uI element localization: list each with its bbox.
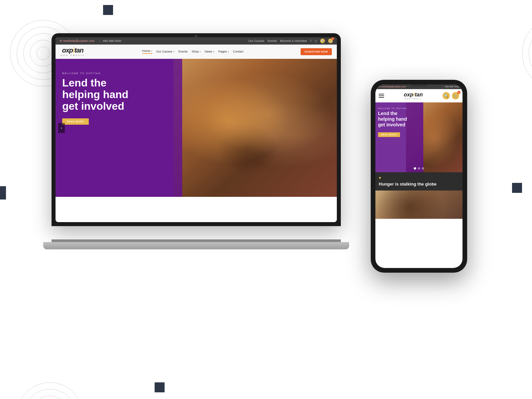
topbar-causes[interactable]: Our Causes	[248, 39, 264, 43]
dot-3	[422, 167, 424, 170]
hero-title-line1: Lend the	[62, 77, 128, 89]
hero-title-line3: get involved	[62, 100, 128, 112]
phone-hero-subtitle: WELCOME TO OXPITAN	[378, 107, 407, 109]
site-topbar: ✉ needhelp@oxpitan.com 📞 666 888 0000 Ou…	[56, 37, 337, 45]
phone-speaker	[411, 84, 427, 86]
logo-dot: i	[73, 47, 74, 54]
section-title: Hunger is stalking the globe	[379, 182, 459, 187]
topbar-email: needhelp@oxpitan.com	[63, 39, 95, 43]
phone-hero: WELCOME TO OXPITAN Lend the helping hand…	[375, 102, 463, 172]
phone-header: oxpitan NON PROFIT 🔍 🛒 0	[375, 89, 463, 102]
laptop-hinge	[52, 239, 341, 242]
phone-content-section: ♥ Hunger is stalking the globe	[375, 172, 463, 191]
deco-square-1	[103, 5, 113, 15]
hamburger-line-1	[379, 94, 384, 94]
phone-hero-title: Lend the helping hand get involved	[378, 111, 407, 127]
hero-title-line2: helping hand	[62, 89, 128, 100]
phone-cart[interactable]: 🛒 0	[452, 92, 459, 99]
phone-hero-content: WELCOME TO OXPITAN Lend the helping hand…	[378, 107, 407, 137]
phone-hero-cta[interactable]: READ MORE	[378, 132, 400, 137]
cart-count: 0	[332, 37, 334, 40]
nav-home[interactable]: Home ▾	[142, 49, 153, 54]
email-icon: ✉	[60, 39, 62, 43]
topbar-ig-icon[interactable]: ◻	[315, 39, 317, 43]
logo-text: oxpitan	[61, 47, 85, 54]
topbar-events[interactable]: Events	[268, 39, 277, 43]
phone-mockup: ✉ needhelp@oxpitan.com 📞 666 888 0000 ox…	[371, 80, 467, 273]
main-nav: Home ▾ Our Causes ▾ Events Shop ▾ News ▾…	[142, 49, 243, 54]
nav-events[interactable]: Events	[179, 50, 188, 53]
prev-arrow: ‹	[61, 126, 62, 130]
phone-logo-text: oxpitan	[404, 92, 423, 98]
phone-screen: ✉ needhelp@oxpitan.com 📞 666 888 0000 ox…	[375, 84, 463, 268]
laptop-body: ✉ needhelp@oxpitan.com 📞 666 888 0000 Ou…	[52, 33, 341, 226]
topbar-left: ✉ needhelp@oxpitan.com 📞 666 888 0000	[60, 39, 121, 43]
topbar-phone: 666 888 0000	[103, 39, 121, 43]
phone-title-line3: get involved	[378, 122, 407, 128]
hero-cta-button[interactable]: READ MORE	[62, 118, 89, 125]
carousel-dots	[414, 167, 424, 170]
laptop-mockup: ✉ needhelp@oxpitan.com 📞 666 888 0000 Ou…	[52, 33, 341, 249]
section-heart-icon: ♥	[379, 176, 459, 180]
phone-email-info: ✉ needhelp@oxpitan.com	[379, 85, 406, 88]
phone-topbar-phone: 666 888 0000	[445, 85, 459, 88]
phone-logo-subtitle: NON PROFIT	[404, 98, 423, 100]
site-logo: oxpitan NON PROFIT	[61, 47, 85, 57]
email-info: ✉ needhelp@oxpitan.com	[60, 39, 94, 43]
topbar-right: Our Causes Events Become a Volunteer f ◻…	[248, 39, 333, 43]
hero-section: WELCOME TO OXPITAN Lend the helping hand…	[56, 59, 337, 197]
nav-contact[interactable]: Contact	[233, 50, 243, 53]
nav-pages[interactable]: Pages ▾	[218, 50, 229, 53]
topbar-fb-icon[interactable]: f	[310, 39, 311, 43]
hero-prev-button[interactable]: ‹	[58, 123, 65, 133]
phone-topbar-email: needhelp@oxpitan.com	[381, 85, 406, 88]
phone-logo: oxpitan NON PROFIT	[404, 92, 423, 100]
phone-search-icon[interactable]: 🔍	[443, 92, 450, 99]
logo-subtitle: NON PROFIT	[61, 54, 85, 57]
dot-1	[414, 167, 416, 170]
deco-square-2	[0, 186, 6, 200]
deco-square-4	[155, 382, 165, 392]
topbar-cart[interactable]: 🛒 0	[328, 39, 333, 43]
laptop-camera	[195, 35, 198, 38]
topbar-volunteer[interactable]: Become a Volunteer	[280, 39, 307, 43]
hamburger-line-3	[379, 97, 384, 98]
phone-title-line2: helping hand	[378, 116, 407, 122]
phone-phone-info: 📞 666 888 0000	[441, 85, 459, 88]
deco-square-3	[512, 183, 522, 193]
nav-causes[interactable]: Our Causes ▾	[156, 50, 175, 53]
phone-icon: 📞	[98, 39, 102, 43]
phone-cart-count: 0	[457, 91, 461, 94]
hamburger-line-2	[379, 95, 384, 96]
donation-button[interactable]: DONATION NOW	[301, 48, 332, 55]
phone-body: ✉ needhelp@oxpitan.com 📞 666 888 0000 ox…	[371, 80, 467, 273]
hamburger-menu[interactable]	[379, 94, 384, 98]
laptop-base	[43, 242, 349, 249]
laptop-screen: ✉ needhelp@oxpitan.com 📞 666 888 0000 Ou…	[56, 37, 337, 222]
dot-2	[418, 167, 420, 170]
hero-content: WELCOME TO OXPITAN Lend the helping hand…	[62, 72, 128, 125]
nav-news[interactable]: News ▾	[205, 50, 214, 53]
hero-title: Lend the helping hand get involved	[62, 77, 128, 112]
topbar-search-icon[interactable]: 🔍	[320, 39, 325, 43]
phone-info: 📞 666 888 0000	[98, 39, 121, 43]
nav-shop[interactable]: Shop ▾	[192, 50, 201, 53]
hero-subtitle: WELCOME TO OXPITAN	[62, 72, 128, 74]
site-navbar: oxpitan NON PROFIT Home ▾ Our Causes ▾ E…	[56, 45, 337, 59]
phone-header-icons: 🔍 🛒 0	[443, 92, 459, 99]
phone-title-line1: Lend the	[378, 111, 407, 116]
phone-image-section	[375, 191, 463, 219]
